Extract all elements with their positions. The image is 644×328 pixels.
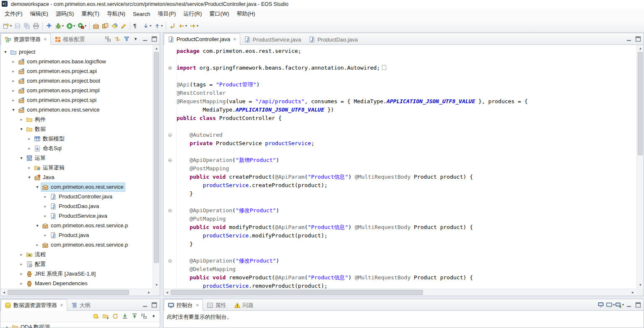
twisty-collapsed-icon[interactable]: ▸ (18, 262, 25, 266)
fold-collapse-icon[interactable]: ⊖ (164, 156, 177, 164)
code-line-29[interactable]: productService.removeProduct(product); (164, 282, 636, 289)
tree-item-package-rest-service[interactable]: ▾com.primeton.eos.rest.service (0, 182, 153, 192)
code-line-28[interactable]: public void removeProduct(@ApiParam("Pro… (164, 273, 636, 282)
twisty-expanded-icon[interactable]: ▾ (2, 49, 9, 54)
view-menu-button[interactable]: ▼ (149, 312, 158, 321)
twisty-collapsed-icon[interactable]: ▸ (18, 281, 25, 286)
close-tab-button[interactable]: × (233, 36, 236, 42)
menu-item-project[interactable]: 项目(P) (154, 8, 179, 19)
next-annotation-button[interactable]: ▾ (142, 21, 152, 31)
tree-item-components-folder[interactable]: ▸构件 (0, 115, 153, 124)
tab-problems[interactable]: 问题 (230, 300, 257, 310)
tab-resource-explorer[interactable]: 资源管理器× (1, 33, 51, 45)
vertical-scrollbar[interactable]: ▲▼ (636, 45, 644, 289)
tree-item-file-product-controller[interactable]: ▸JProductController.java (0, 192, 153, 201)
code-line-18[interactable]: } (164, 190, 636, 198)
code-line-12[interactable]: private ProductService productService; (164, 139, 636, 148)
forward-button[interactable]: ▾ (189, 21, 199, 31)
export-button[interactable] (130, 312, 139, 321)
tree-item-file-product-dao[interactable]: ▸JProductDao.java (0, 201, 153, 211)
pin-console-button[interactable] (597, 300, 605, 309)
tree-item-java-src[interactable]: ▾Java (0, 172, 153, 182)
tree-item-data-folder[interactable]: ▾数据 (0, 124, 153, 134)
close-tab-button[interactable]: × (60, 302, 63, 308)
vertical-scrollbar[interactable]: ▲▼ (153, 45, 160, 289)
menu-item-search[interactable]: Search (129, 9, 154, 19)
twisty-expanded-icon[interactable]: ▾ (34, 185, 41, 189)
filter-button[interactable] (122, 34, 131, 43)
code-line-16[interactable]: public void createProduct(@ApiParam("Pro… (164, 173, 636, 181)
tab-datasource-explorer[interactable]: 数据源资源管理器× (1, 299, 67, 311)
tree-item-compute-logic[interactable]: ▸运算逻辑 (0, 163, 153, 172)
code-line-17[interactable]: productService.createProduct(product); (164, 181, 636, 190)
dropdown-arrow-icon[interactable]: ▾ (85, 24, 86, 28)
code-line-26[interactable]: ⊖ @ApiOperation("修改Product") (164, 257, 636, 265)
menu-item-navigate[interactable]: 导航(N) (103, 8, 129, 19)
fold-expand-icon[interactable]: ⊕ (164, 64, 177, 72)
twisty-collapsed-icon[interactable]: ▸ (18, 252, 25, 257)
tree-item-module-project-spi[interactable]: ▸com.primeton.eos.project.spi (0, 95, 153, 105)
tree-item-named-sql[interactable]: ▸S命名Sql (0, 143, 153, 153)
show-whitespace-button[interactable]: ¶ (132, 21, 141, 31)
maximize-button[interactable] (634, 300, 642, 309)
scroll-thumb[interactable] (154, 52, 159, 263)
tree-item-package-rest-service-p[interactable]: ▾com.primeton.eos.rest.service.p (0, 221, 153, 230)
console-content[interactable]: 此时没有要显示的控制台。 (164, 311, 644, 328)
twisty-expanded-icon[interactable]: ▾ (18, 127, 25, 131)
code-line-4[interactable] (164, 72, 636, 81)
menu-item-refactor[interactable]: 重构(T) (78, 8, 103, 19)
tab-product-controller-java[interactable]: JProductController.java× (164, 33, 240, 45)
minimize-button[interactable] (624, 300, 633, 309)
menu-item-file[interactable]: 文件(F) (1, 8, 26, 19)
last-edit-button[interactable] (168, 21, 177, 31)
minimize-button[interactable] (140, 34, 149, 43)
horizontal-scrollbar[interactable]: ◄► (164, 289, 636, 296)
scroll-left-button[interactable]: ◄ (164, 289, 171, 296)
twisty-collapsed-icon[interactable]: ▸ (42, 213, 49, 218)
dropdown-arrow-icon[interactable]: ▾ (161, 24, 163, 28)
twisty-collapsed-icon[interactable]: ▸ (42, 194, 49, 199)
save-all-button[interactable] (23, 21, 31, 31)
new-datasource-button[interactable] (91, 312, 100, 321)
open-type-button[interactable] (101, 21, 109, 31)
tree-item-file-product[interactable]: ▸JProduct.java (0, 230, 153, 240)
dropdown-arrow-icon[interactable]: ▾ (73, 24, 75, 28)
menu-item-help[interactable]: 帮助(H) (233, 8, 259, 19)
tab-properties[interactable]: 属性 (203, 300, 230, 310)
fold-collapse-icon[interactable]: ⊖ (164, 131, 177, 139)
code-line-22[interactable]: public void modifyProduct(@ApiParam("Pro… (164, 223, 636, 232)
scroll-thumb[interactable] (171, 290, 423, 295)
search-button[interactable] (110, 21, 119, 31)
tree-item-module-project-api[interactable]: ▸com.primeton.eos.project.api (0, 66, 153, 76)
tree-item-oda-datasource[interactable]: ▸ODA 数据源 (2, 322, 160, 328)
new-folder-button[interactable] (101, 312, 110, 321)
debug-button[interactable]: ▾ (54, 21, 65, 31)
twisty-expanded-icon[interactable]: ▾ (18, 156, 25, 160)
code-line-1[interactable]: package com.primeton.eos.rest.service; (164, 47, 636, 55)
twisty-collapsed-icon[interactable]: ▸ (18, 117, 25, 122)
scroll-right-button[interactable]: ► (145, 289, 153, 296)
fold-collapse-icon[interactable]: ⊖ (164, 206, 177, 215)
dropdown-arrow-icon[interactable]: ▾ (62, 24, 64, 28)
close-tab-button[interactable]: × (196, 302, 199, 308)
twisty-expanded-icon[interactable]: ▾ (34, 223, 41, 228)
new-package-button[interactable] (92, 21, 100, 31)
code-line-7[interactable]: @RequestMapping(value = "/api/products",… (164, 97, 636, 106)
code-line-21[interactable]: @PutMapping (164, 215, 636, 223)
code-line-5[interactable]: @Api(tags = "Product管理") (164, 81, 636, 89)
view-menu-button[interactable]: ▼ (131, 34, 140, 43)
tree-item-module-project-impl[interactable]: ▸com.primeton.eos.project.impl (0, 86, 153, 95)
dropdown-arrow-icon[interactable]: ▾ (613, 303, 615, 307)
twisty-collapsed-icon[interactable]: ▸ (18, 271, 25, 276)
tree-item-data-models[interactable]: ▸数据模型 (0, 134, 153, 143)
tree-item-module-rest-service[interactable]: ▾com.primeton.eos.rest.service (0, 105, 153, 115)
refresh-button[interactable] (111, 312, 119, 321)
scroll-left-button[interactable]: ◄ (0, 289, 8, 296)
run-button[interactable]: ▾ (65, 21, 76, 31)
new-wizard-button[interactable]: ▾ (2, 21, 13, 31)
code-line-6[interactable]: @RestController (164, 89, 636, 97)
code-line-11[interactable]: ⊖ @Autowired (164, 131, 636, 139)
code-line-20[interactable]: ⊖ @ApiOperation("修改Product") (164, 206, 636, 215)
tree-item-package-rest-service-p2[interactable]: ▸com.primeton.eos.rest.service.p (0, 240, 153, 250)
tree-item-compute-folder[interactable]: ▾运算 (0, 153, 153, 163)
